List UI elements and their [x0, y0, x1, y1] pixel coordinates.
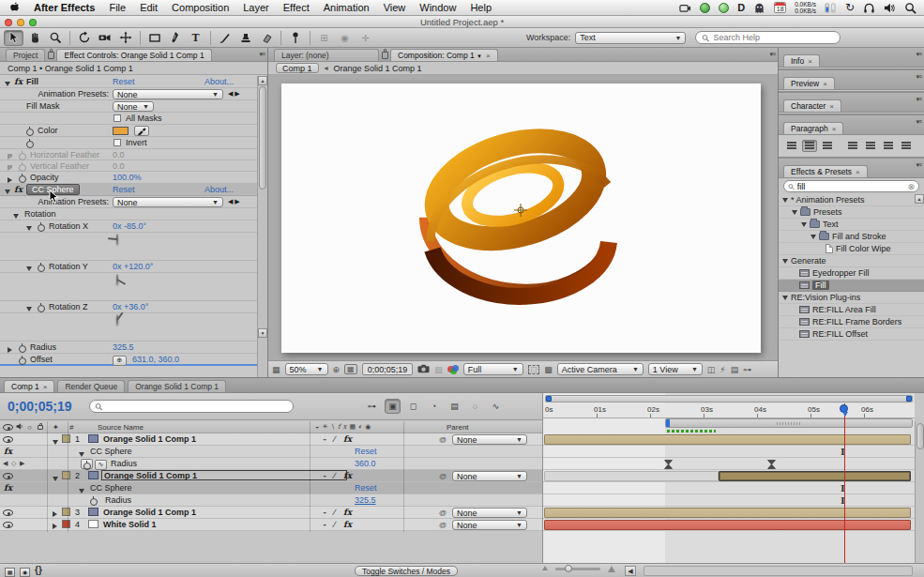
twirl-open-icon[interactable] — [79, 452, 84, 457]
keyframe-nav-next[interactable]: ▶ — [20, 460, 24, 467]
pick-whip-icon[interactable]: @ — [439, 509, 447, 517]
breadcrumb-comp-button[interactable]: Comp 1 — [276, 63, 319, 73]
apple-menu-icon[interactable] — [9, 1, 20, 14]
panel-menu-icon[interactable]: ▾≡ — [916, 51, 921, 58]
effect-controls-breadcrumb[interactable]: Comp 1 • Orange Solid 1 Comp 1 — [0, 62, 267, 75]
rotation-group-row[interactable]: Rotation — [0, 208, 267, 220]
navigator-start-handle[interactable] — [546, 396, 552, 402]
keyframe-nav-prev[interactable]: ◀ — [3, 460, 8, 467]
justify-last-left-button[interactable] — [845, 140, 860, 152]
effects-switch-icon[interactable]: fx — [343, 434, 352, 444]
tab-project[interactable]: Project — [6, 49, 45, 61]
effect-row-cc-sphere-1[interactable]: fx CC Sphere Reset — [0, 446, 542, 458]
channel-icon[interactable] — [447, 365, 459, 374]
keyframe-nav-diamond[interactable]: ◇ — [11, 460, 16, 467]
align-left-button[interactable] — [784, 140, 799, 152]
lock-icon[interactable] — [48, 52, 54, 59]
fill-effect-name[interactable]: Fill — [26, 77, 38, 86]
composition-canvas[interactable] — [281, 84, 761, 353]
viewer-timecode[interactable]: 0;00;05;19 — [362, 363, 414, 375]
globe-status-icon[interactable] — [700, 3, 710, 13]
mini-flowchart-icon[interactable]: ⊶ — [364, 399, 380, 414]
tab-composition[interactable]: Composition: Comp 1 ▼× — [390, 49, 498, 61]
tree-item[interactable]: Presets — [779, 206, 924, 219]
horizontal-feather-value[interactable]: 0.0 — [113, 150, 125, 159]
magnification-dropdown[interactable]: 50%▼ — [285, 363, 328, 375]
fast-previews-icon[interactable]: ⚡︎ — [720, 365, 725, 374]
tab-render-queue[interactable]: Render Queue — [57, 380, 125, 392]
parent-dropdown[interactable]: None▼ — [452, 508, 527, 518]
align-right-button[interactable] — [820, 140, 835, 152]
column-divider[interactable] — [310, 421, 311, 532]
visibility-toggle[interactable] — [3, 509, 13, 516]
pen-tool[interactable] — [165, 30, 185, 46]
tree-item[interactable]: Generate — [779, 255, 924, 267]
stopwatch-icon[interactable] — [38, 303, 44, 311]
rotation-x-dial[interactable] — [116, 234, 118, 245]
panel-menu-icon[interactable]: ▾≡ — [916, 73, 921, 81]
tree-item[interactable]: Text — [779, 219, 924, 231]
label-color-swatch[interactable] — [62, 434, 70, 443]
brush-tool[interactable] — [215, 30, 235, 46]
property-value[interactable]: 360.0 — [355, 459, 376, 468]
menu-animation[interactable]: Animation — [324, 2, 370, 13]
twirl-open-icon[interactable] — [26, 307, 32, 311]
scroll-up-arrow[interactable]: ▲ — [258, 76, 267, 85]
layer-row-2-selected[interactable]: 2 Orange Solid 1 Comp 1 ◒ ∕ fx @ None▼ — [0, 470, 542, 482]
help-search-input[interactable] — [714, 33, 835, 42]
timeline-zoom-slider[interactable] — [555, 568, 600, 570]
justify-last-right-button[interactable] — [881, 140, 896, 152]
hand-tool[interactable] — [24, 30, 44, 46]
effects-search-input[interactable] — [797, 182, 905, 191]
current-timecode[interactable]: 0;00;05;19 — [8, 399, 72, 414]
zoom-in-icon[interactable] — [608, 566, 615, 572]
timeline-vertical-scrollbar[interactable] — [915, 421, 924, 564]
calendar-icon[interactable]: 18 — [774, 2, 786, 13]
tree-item[interactable]: Fill Color Wipe — [779, 243, 924, 255]
visibility-toggle[interactable] — [3, 522, 13, 528]
expand-render-time-icon[interactable]: ◉ — [20, 566, 30, 577]
menu-composition[interactable]: Composition — [172, 2, 229, 13]
layer-name[interactable]: Orange Solid 1 Comp 1 — [103, 508, 196, 517]
fill-reset-link[interactable]: Reset — [113, 77, 135, 86]
timeline-button-icon[interactable]: ▤ — [731, 365, 739, 374]
rotation-z-value[interactable]: 0x +36.0° — [113, 302, 148, 311]
quality-switch-icon[interactable]: ∕ — [334, 520, 336, 529]
fill-about-link[interactable]: About... — [204, 77, 234, 86]
scroll-left-button[interactable]: ◀ — [625, 566, 636, 576]
tab-info[interactable]: Info× — [783, 54, 820, 67]
snapshot-camera-icon[interactable] — [417, 364, 430, 375]
close-tab-icon[interactable]: × — [829, 102, 834, 111]
fill-effect-header-row[interactable]: fx Fill Reset About... — [0, 76, 267, 88]
twirl-open-icon[interactable] — [13, 214, 19, 219]
twirl-closed-icon[interactable] — [8, 177, 12, 183]
tree-item[interactable]: Fill and Stroke — [779, 231, 924, 243]
scrollbar-thumb[interactable] — [259, 86, 266, 190]
menu-layer[interactable]: Layer — [243, 2, 269, 13]
close-tab-icon[interactable]: × — [832, 125, 837, 133]
spotlight-icon[interactable] — [904, 2, 916, 14]
parent-dropdown[interactable]: None▼ — [452, 520, 527, 530]
stopwatch-icon[interactable] — [19, 162, 25, 170]
tab-effects-presets[interactable]: Effects & Presets× — [783, 165, 868, 177]
time-ruler[interactable]: 0s 01s 02s 03s 04s 05s 06s — [543, 403, 915, 418]
view-options-icon[interactable]: ▦ — [272, 365, 280, 374]
stopwatch-icon[interactable] — [38, 263, 44, 270]
type-tool[interactable]: T — [186, 30, 205, 46]
reset-link[interactable]: Reset — [355, 447, 377, 456]
zoom-slider-knob[interactable] — [565, 565, 572, 572]
pan-behind-tool[interactable] — [115, 30, 135, 46]
effect-name[interactable]: CC Sphere — [90, 483, 132, 493]
offset-crosshair-button[interactable]: ⊕ — [113, 356, 127, 366]
stopwatch-icon[interactable] — [19, 174, 25, 181]
view-layout-dropdown[interactable]: 1 View▼ — [648, 363, 703, 375]
clone-stamp-tool[interactable] — [235, 30, 255, 46]
eyedropper-button[interactable] — [134, 126, 149, 136]
parent-column-header[interactable]: Parent — [447, 423, 469, 432]
sync-icon[interactable]: ↻ — [845, 1, 855, 14]
twirl-closed-icon[interactable] — [53, 511, 57, 517]
close-tab-icon[interactable]: × — [823, 80, 827, 88]
layer-1-duration-bar[interactable] — [544, 434, 911, 445]
tab-layer[interactable]: Layer: (none) — [274, 49, 379, 61]
rotation-x-value[interactable]: 0x -85.0° — [113, 221, 146, 231]
